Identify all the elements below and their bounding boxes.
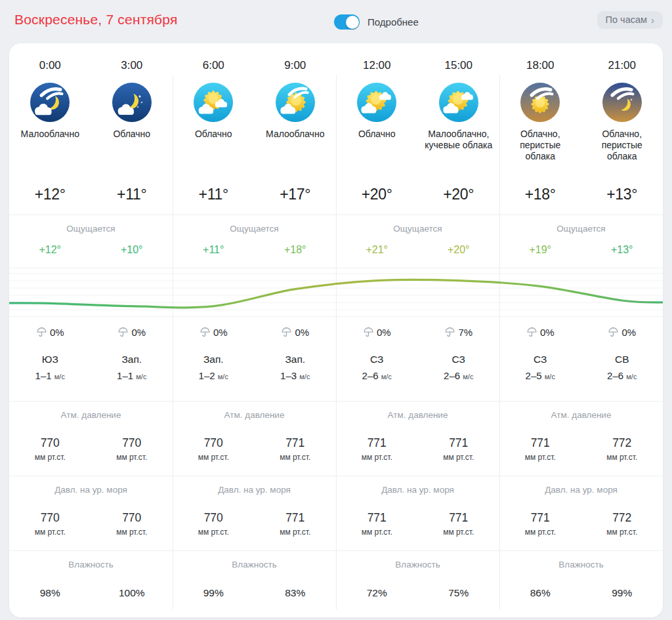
sea-pressure-cell: 771мм рт.ст. [336,505,418,550]
temperature-value: +20° [418,186,500,203]
feels-like-value: +19° [499,241,581,268]
pressure-cell: 770мм рт.ст. [173,430,255,476]
hourly-button[interactable]: По часам › [597,11,663,29]
feels-like-value: +12° [9,241,91,268]
umbrella-icon [36,327,47,338]
umbrella-icon [608,327,619,338]
wind-unit-label: м/с [463,373,473,381]
wind-direction: СВ [581,354,663,365]
day-sun-clouds-icon [418,72,500,123]
pressure-cell: 771мм рт.ст. [255,430,337,476]
feels-like-value: +11° [173,241,255,268]
condition-label: Облачно [91,123,173,174]
section-label: Влажность [9,551,173,579]
precipitation-cell: 7% [418,317,500,341]
precipitation-value: 0% [213,327,228,338]
sea-pressure-cell: 771мм рт.ст. [255,505,337,550]
pressure-unit-label: мм рт.ст. [499,453,581,462]
sea-pressure-value: 770 [9,511,91,525]
temperature-chart [9,268,663,317]
feels-like-row: +12°+10°+11°+18°+21°+20°+19°+13° [9,241,663,268]
pressure-value: 770 [9,436,91,450]
wind-cell: СЗ2–6 м/с [336,341,418,401]
umbrella-icon [117,327,129,338]
sea-pressure-cell: 771мм рт.ст. [418,505,500,550]
pressure-unit-label: мм рт.ст. [173,453,255,462]
pressure-value: 771 [499,436,581,450]
sea-pressure-value: 772 [581,511,663,525]
wind-speed-value: 1–1 [35,370,52,381]
precipitation-cell: 0% [255,317,337,341]
sea-pressure-cell: 770мм рт.ст. [91,505,173,550]
condition-label: Облачно [336,123,418,174]
details-toggle[interactable] [334,14,360,30]
time-label: 15:00 [418,49,500,72]
wind-speed-value: 1–3 [280,370,297,381]
pressure-value: 771 [336,436,418,450]
pressure-unit-label: мм рт.ст. [581,527,663,537]
condition-label: Облачно, перистые облака [499,123,581,174]
temperature-value: +12° [9,186,91,203]
wind-cell: ЮЗ1–1 м/с [9,341,91,401]
precipitation-value: 0% [295,327,309,338]
toggle-knob [346,16,359,29]
condition-label: Малооблачно [255,123,337,174]
wind-cell: Зап.1–2 м/с [173,341,255,401]
temperature-value: +13° [581,186,663,203]
night-moon-stars-cloud-icon [91,72,173,123]
condition-label: Облачно [173,123,255,174]
feels-like-value: +21° [336,241,418,268]
pressure-unit-label: мм рт.ст. [418,453,500,462]
sea-pressure-cell: 770мм рт.ст. [9,505,91,550]
time-label: 12:00 [336,49,418,72]
sea-pressure-value: 771 [499,511,581,525]
feels-like-label-row: ОщущаетсяОщущаетсяОщущаетсяОщущается [9,215,663,241]
wind-cell: Зап.1–3 м/с [255,341,337,401]
condition-label: Малооблачно, кучевые облака [418,123,500,174]
wind-unit-label: м/с [545,373,555,381]
temperatures-row: +12°+11°+11°+17°+20°+20°+18°+13° [9,174,663,215]
sea-pressure-label-row: Давл. на ур. моряДавл. на ур. моряДавл. … [9,476,663,505]
pressure-label-row: Атм. давлениеАтм. давлениеАтм. давлениеА… [9,401,663,430]
sea-pressure-value: 771 [418,511,500,525]
pressure-value: 770 [173,436,255,450]
humidity-value: 83% [255,579,337,617]
section-label: Ощущается [499,215,663,241]
time-label: 9:00 [255,49,337,72]
section-label: Атм. давление [9,402,173,430]
pressure-cell: 770мм рт.ст. [91,430,173,476]
umbrella-icon [444,327,455,338]
sea-pressure-value: 770 [91,511,173,525]
sea-pressure-cell: 771мм рт.ст. [499,505,581,550]
wind-direction: Зап. [173,354,255,365]
section-label: Ощущается [9,215,173,241]
precipitation-cell: 0% [173,317,255,341]
chevron-right-icon: › [651,14,654,26]
wind-unit-label: м/с [136,373,146,381]
humidity-value: 100% [91,579,173,617]
wind-direction: СЗ [499,354,581,365]
pressure-unit-label: мм рт.ст. [9,527,91,537]
times-row: 0:003:006:009:0012:0015:0018:0021:00 [9,43,663,72]
hourly-forecast-card: 0:003:006:009:0012:0015:0018:0021:00 Мал… [9,43,663,617]
wind-speed-value: 2–6 [607,370,623,381]
precipitation-value: 0% [50,327,64,338]
pressure-unit-label: мм рт.ст. [336,453,418,462]
precipitation-value: 0% [131,327,146,338]
precipitation-cell: 0% [336,317,418,341]
wind-cell: СЗ2–5 м/с [499,341,581,401]
section-label: Давл. на ур. моря [173,476,336,505]
feels-like-value: +18° [255,241,337,268]
details-toggle-label: Подробнее [368,16,419,28]
pressure-unit-label: мм рт.ст. [255,527,337,537]
pressure-unit-label: мм рт.ст. [9,453,91,462]
condition-label: Малооблачно [9,123,91,174]
sunset-sun-cirrus-icon [499,72,581,123]
pressure-unit-label: мм рт.ст. [499,527,581,537]
pressure-cell: 771мм рт.ст. [418,430,500,476]
sea-pressure-row: 770мм рт.ст.770мм рт.ст.770мм рт.ст.771м… [9,505,663,550]
pressure-value: 772 [581,436,663,450]
wind-speed-value: 1–2 [199,370,215,381]
feels-like-value: +10° [91,241,173,268]
sea-pressure-cell: 772мм рт.ст. [581,505,663,550]
